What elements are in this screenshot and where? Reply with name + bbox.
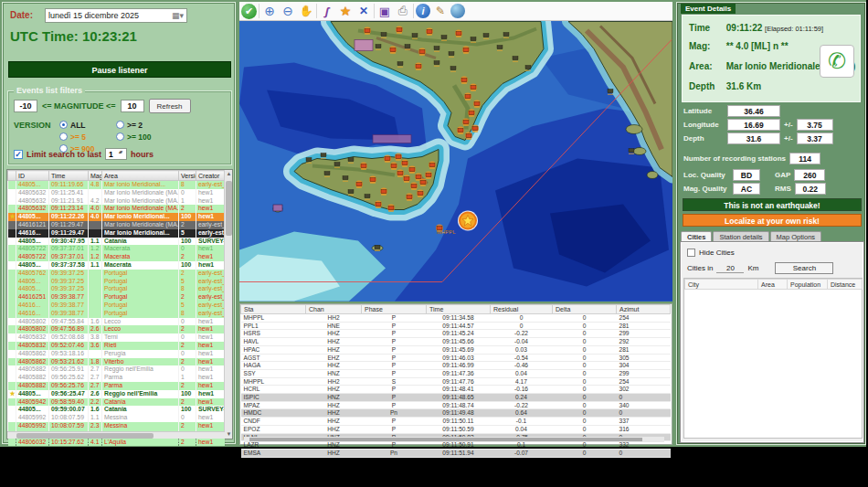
station-marker[interactable] — [407, 196, 412, 199]
stations-col-header[interactable]: Phase — [362, 305, 427, 314]
info-icon[interactable]: i — [416, 4, 430, 18]
pan-icon[interactable]: ✋ — [298, 3, 314, 19]
station-row[interactable]: MPAZHHZP09:11:48.74-0.220340 — [241, 401, 671, 409]
calendar-icon[interactable]: ▦▾ — [172, 11, 184, 20]
station-marker[interactable] — [343, 176, 348, 180]
cities-col-header[interactable]: Population — [788, 280, 828, 290]
event-row[interactable]: 44805...09:39:37.25Portugal5early-est_ee… — [8, 278, 226, 286]
event-row[interactable]: 4480563209:11:23.144.0Mar Ionio Meridion… — [8, 205, 226, 213]
station-marker[interactable] — [404, 177, 409, 181]
mag-max-input[interactable]: 10 — [121, 100, 144, 112]
station-marker[interactable] — [441, 36, 447, 39]
event-row[interactable]: 4461625109:39:38.77Portugal2early-est_ee… — [8, 293, 226, 302]
event-row[interactable]: 4480576209:39:37.25Portugal2early-est_ee… — [8, 270, 226, 278]
station-marker[interactable] — [434, 61, 439, 65]
station-marker[interactable] — [385, 157, 390, 161]
station-marker[interactable] — [469, 111, 474, 115]
station-marker[interactable] — [412, 34, 418, 37]
station-row[interactable]: EPOZHHZP09:11:50.590.040316 — [241, 425, 671, 433]
italy-icon[interactable]: ʃ — [317, 1, 336, 20]
event-row[interactable]: 4461612109:11:29.47Mar Ionio Meridionale… — [8, 221, 226, 229]
station-row[interactable]: CNDFHHZP09:11:50.11-0.10337 — [241, 418, 671, 426]
station-marker[interactable] — [434, 47, 439, 50]
event-row[interactable]: 4480588209:56:25.762.7Parma2hew1 — [8, 382, 226, 390]
stations-col-header[interactable]: Chan — [306, 305, 362, 314]
station-marker[interactable] — [608, 90, 613, 93]
events-col-header[interactable] — [8, 171, 16, 181]
stations-col-header[interactable]: Time — [427, 305, 491, 314]
event-row[interactable]: ★44805...09:11:22.264.0Mar Ionio Meridio… — [8, 213, 226, 221]
rms-value[interactable]: 0.22 — [795, 183, 826, 195]
event-row[interactable]: 4480563209:11:25.41Mar Ionio Meridionale… — [8, 189, 226, 197]
station-marker[interactable] — [463, 48, 469, 52]
station-row[interactable]: PPL1HNEP09:11:44.5700281 — [241, 322, 671, 330]
station-marker[interactable] — [324, 172, 330, 175]
station-row[interactable]: HMDCHHZPn09:11:49.480.6400 — [241, 409, 671, 418]
hours-stepper[interactable]: 1 — [105, 148, 127, 160]
mag-min-input[interactable]: -10 — [14, 100, 37, 112]
localize-button[interactable]: Localize at your own risk! — [683, 214, 862, 227]
station-marker[interactable] — [361, 164, 366, 168]
station-marker[interactable] — [365, 29, 370, 33]
station-row[interactable]: SSYHNZP09:11:47.360.040299 — [241, 369, 671, 377]
star-icon[interactable]: ★ — [337, 3, 354, 19]
mag-quality-value[interactable]: AC — [733, 183, 760, 195]
station-marker[interactable] — [397, 28, 402, 32]
event-row[interactable]: 44616...09:39:38.77Portugal8early-est_ee… — [8, 310, 226, 318]
station-marker[interactable] — [474, 102, 480, 106]
event-row[interactable]: 4480572209:37:37.011.2Macerata0hew1 — [8, 245, 226, 253]
events-col-header[interactable]: Version — [179, 171, 196, 181]
gap-value[interactable]: 260 — [794, 169, 825, 181]
limit-checkbox[interactable]: ✓ — [14, 150, 23, 159]
events-horizontal-scrollbar[interactable] — [7, 431, 225, 439]
print-icon[interactable]: ⎙ — [395, 3, 411, 19]
image-icon[interactable]: ▣ — [376, 3, 393, 19]
station-marker[interactable] — [381, 190, 386, 194]
station-marker[interactable] — [418, 192, 423, 196]
cities-col-header[interactable]: Distance — [828, 280, 863, 290]
search-button[interactable]: Search — [775, 262, 833, 274]
station-marker[interactable] — [391, 164, 397, 168]
events-vertical-scrollbar[interactable]: ▲▼ — [224, 170, 232, 439]
station-marker[interactable] — [375, 246, 380, 249]
station-marker[interactable] — [513, 57, 518, 60]
longitude-error-value[interactable]: 3.75 — [797, 119, 833, 131]
event-row[interactable]: 4480563209:11:21.914.2Mar Ionio Meridion… — [8, 197, 226, 206]
station-row[interactable]: HCRLHHZP09:11:48.41-0.160302 — [241, 386, 671, 394]
station-marker[interactable] — [334, 163, 340, 166]
event-row[interactable]: 4480599210:08:07.591.1Messina0hew1 — [8, 414, 226, 422]
station-marker[interactable] — [497, 46, 503, 49]
version-option-100[interactable]: >= 100 — [116, 131, 173, 143]
station-marker[interactable] — [376, 45, 381, 48]
station-marker[interactable] — [348, 190, 354, 194]
event-row[interactable]: 44805...09:59:00.071.6Catania100SURVEY-I… — [8, 406, 226, 414]
not-earthquake-button[interactable]: This is not an earthquake! — [683, 198, 862, 211]
station-marker[interactable] — [273, 205, 282, 211]
event-row[interactable]: 4480588209:56:25.912.7Reggio nell'Emilia… — [8, 365, 226, 374]
station-marker[interactable] — [402, 162, 408, 165]
station-marker[interactable] — [483, 34, 489, 37]
stations-col-header[interactable]: Residual — [491, 305, 553, 314]
station-row[interactable]: MHPPLHH2S09:11:47.764.170254 — [241, 377, 671, 386]
station-marker[interactable] — [449, 52, 454, 56]
station-marker[interactable] — [411, 185, 417, 188]
validate-icon[interactable]: ✔ — [241, 4, 257, 19]
station-marker[interactable] — [525, 66, 531, 69]
map[interactable]: MHPPL — [239, 21, 672, 302]
events-col-header[interactable]: ID — [16, 171, 49, 181]
depth-error-value[interactable]: 3.37 — [797, 132, 833, 144]
event-row[interactable]: 4480583209:52:08.683.8Terni0hew1 — [8, 333, 226, 342]
measure-icon[interactable]: ✕ — [355, 3, 372, 19]
station-marker[interactable] — [388, 206, 394, 210]
station-marker[interactable] — [463, 121, 469, 124]
hide-cities-checkbox[interactable] — [687, 249, 695, 257]
events-col-header[interactable]: Area — [102, 171, 179, 181]
station-marker[interactable] — [450, 67, 456, 70]
stations-horizontal-scrollbar[interactable] — [244, 437, 664, 442]
events-col-header[interactable]: Mag — [89, 171, 102, 181]
event-row[interactable]: 4480586209:53:18.16Perugia0hew1 — [8, 350, 226, 358]
station-marker[interactable] — [466, 134, 471, 138]
event-row[interactable]: 4480594209:58:59.402.2Catania2hew1 — [8, 398, 226, 407]
station-marker[interactable] — [503, 33, 509, 37]
station-row[interactable]: HAVLHHZP09:11:45.66-0.040292 — [241, 338, 671, 346]
